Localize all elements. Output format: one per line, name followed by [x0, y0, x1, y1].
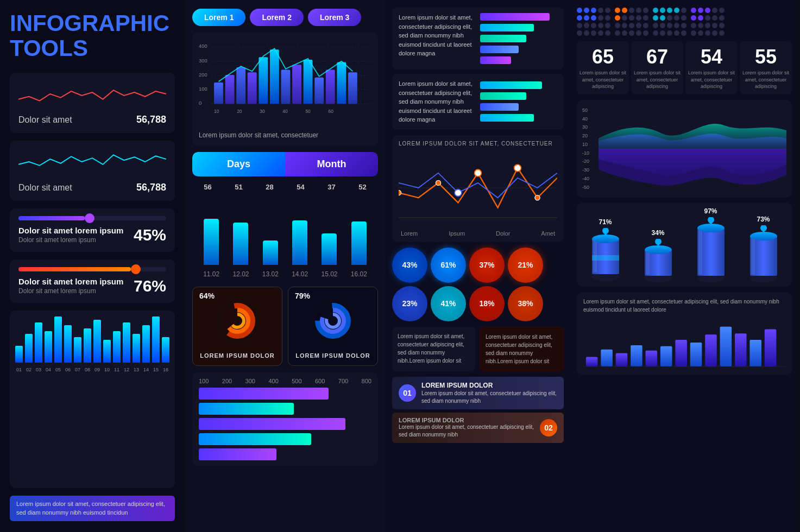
cylinder-section: 71% [577, 203, 792, 287]
vbar-date-4: 15.02 [319, 270, 339, 278]
bottom-bar-2 [35, 322, 42, 363]
pie-item-5: 41% [431, 286, 466, 321]
hbar-item-2 [199, 403, 371, 415]
stat2-value: 56,788 [136, 182, 166, 193]
text-box-section: Lorem ipsum dolor sit amet, consectetuer… [392, 327, 564, 371]
line-chart-section: LOREM IPSUM DOLOR SIT AMET, CONSECTETUER [392, 135, 564, 242]
pie-item-0: 43% [392, 248, 427, 283]
donut1-title: LOREM IPSUM DOLOR [199, 352, 275, 359]
pie-7: 38% [508, 286, 543, 321]
slider2-sublabel: Dolor sit amet lorem ipsum [18, 287, 123, 295]
svg-rect-21 [337, 62, 346, 104]
slider2-percent: 76% [134, 277, 166, 295]
toggle-month[interactable]: Month [285, 152, 378, 176]
big-num-1: 67 [633, 46, 681, 68]
pie-2: 37% [469, 248, 505, 283]
area-y-axis: 50 40 30 20 10 -10 -20 -30 -40 -50 [582, 105, 599, 192]
stats-numbers: 65 Lorem ipsum dolor sit amet, consectet… [577, 41, 792, 94]
tab-lorem2[interactable]: Lorem 2 [250, 9, 303, 26]
svg-rect-61 [698, 229, 702, 275]
cylinder-2: 34% [634, 229, 682, 282]
cyl-pct-3: 73% [757, 216, 770, 223]
vbar-5 [349, 221, 369, 265]
vbar-0 [201, 219, 221, 265]
vbar-val-3: 54 [297, 183, 304, 191]
column-4: 65 Lorem ipsum dolor sit amet, consectet… [570, 0, 798, 532]
slider1-percent: 45% [134, 226, 166, 244]
donut-card-1: 64% LOREM IPSUM DOLOR [192, 287, 282, 366]
tab-lorem3[interactable]: Lorem 3 [308, 9, 361, 26]
svg-rect-49 [592, 255, 619, 261]
svg-rect-19 [314, 78, 324, 104]
svg-rect-13 [248, 72, 257, 104]
slider-section-1: Dolor sit amet lorem ipsum Dolor sit ame… [10, 208, 175, 252]
cyl-pct-2: 97% [704, 207, 717, 215]
svg-rect-22 [348, 72, 357, 104]
svg-text:60: 60 [329, 109, 334, 114]
bottom-bar-15 [162, 337, 169, 363]
stat-card-2: Dolor sit amet 56,788 [10, 141, 175, 201]
chart-caption: Lorem ipsum dolor sit amet, consectetuer [199, 131, 371, 139]
svg-point-39 [436, 180, 440, 185]
svg-text:400: 400 [199, 43, 207, 49]
stat1-value: 56,788 [136, 114, 166, 125]
svg-rect-76 [660, 346, 672, 366]
mini-bar-chart [583, 318, 785, 367]
pie-4: 23% [392, 286, 427, 321]
donut1-svg [199, 294, 275, 348]
toggle-days[interactable]: Days [192, 152, 285, 176]
pie-item-7: 38% [508, 286, 543, 321]
vbar-val-4: 37 [327, 183, 335, 191]
donut1-percent: 64% [199, 292, 215, 300]
stat1-label: Dolor sit amet [18, 115, 72, 125]
pie-item-4: 23% [392, 286, 427, 321]
stat-desc-0: Lorem ipsum dolor sit amet, consectetuer… [579, 69, 627, 90]
line-chart-title: LOREM IPSUM DOLOR SIT AMET, CONSECTETUER [399, 141, 557, 147]
slider-thumb-1[interactable] [85, 213, 95, 223]
text-bar-card-1: Lorem ipsum dolor sit amet, consectetuer… [392, 8, 564, 69]
dot-group-2 [615, 8, 648, 36]
bottom-bar-7 [84, 328, 91, 363]
pie-0: 43% [392, 248, 427, 283]
stat-num-3: 55 Lorem ipsum dolor sit amet, consectet… [740, 41, 792, 94]
slider-thumb-2[interactable] [131, 264, 141, 274]
svg-rect-78 [690, 343, 702, 366]
svg-text:20: 20 [237, 109, 242, 114]
svg-rect-67 [751, 237, 755, 275]
text-bar-card-2: Lorem ipsum dolor sit amet, consectetuer… [392, 74, 564, 130]
big-num-0: 65 [579, 46, 627, 68]
svg-rect-71 [586, 357, 598, 366]
stat-num-0: 65 Lorem ipsum dolor sit amet, consectet… [577, 41, 629, 94]
svg-point-38 [399, 190, 401, 195]
svg-point-40 [475, 169, 482, 176]
vbar-date-3: 14.02 [290, 270, 310, 278]
svg-rect-14 [259, 57, 268, 104]
slider-track-2[interactable] [18, 267, 166, 271]
numbered-items: 01 LOREM IPSUM DOLOR Lorem ipsum dolor s… [392, 377, 564, 444]
vbar-values-row: 56 51 28 54 37 52 [192, 183, 378, 191]
svg-rect-12 [236, 67, 245, 104]
slider1-sublabel: Dolor sit amet lorem ipsum [18, 236, 123, 244]
svg-rect-83 [765, 329, 777, 366]
column-3: Lorem ipsum dolor sit amet, consectetuer… [386, 0, 570, 532]
tab-buttons: Lorem 1 Lorem 2 Lorem 3 [192, 9, 378, 26]
slider-track-1[interactable] [18, 216, 166, 220]
vbar-3 [290, 220, 310, 265]
text-bar-bars-1 [480, 13, 557, 64]
pie-3: 21% [508, 248, 543, 283]
bottom-bar-chart: 01020304050607080910111213141516 [10, 311, 175, 488]
bar-chart-svg: 400 300 200 100 0 [199, 39, 371, 126]
svg-rect-55 [646, 251, 650, 275]
bottom-bars [15, 316, 169, 365]
svg-point-50 [592, 235, 619, 243]
cyl-pct-0: 71% [599, 218, 612, 226]
svg-rect-11 [225, 75, 235, 104]
column-2: Lorem 1 Lorem 2 Lorem 3 400 300 200 100 … [185, 0, 386, 532]
pie-item-2: 37% [469, 248, 505, 283]
cylinder-3: 97% [686, 207, 735, 282]
donut-card-2: 79% LOREM IPSUM DOLOR [288, 287, 378, 366]
tab-lorem1[interactable]: Lorem 1 [192, 9, 245, 26]
svg-point-43 [455, 189, 462, 196]
stat-desc-3: Lorem ipsum dolor sit amet, consectetuer… [742, 69, 790, 90]
svg-rect-18 [304, 60, 313, 104]
